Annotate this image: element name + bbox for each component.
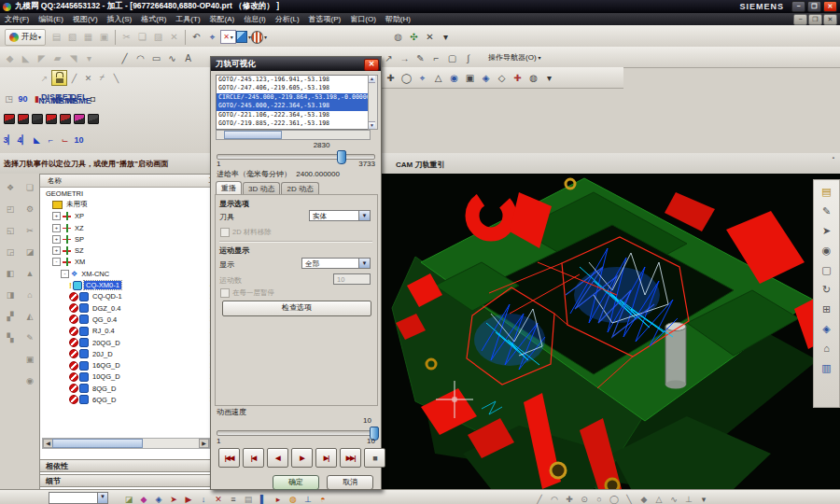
dot-icon[interactable]: ◉	[23, 374, 37, 387]
scrollbar-thumb[interactable]	[52, 439, 143, 448]
menu-窗口(O)[interactable]: 窗口(O)	[345, 15, 381, 23]
go-to-start-button[interactable]: |◀◀	[218, 448, 240, 468]
dropdown-arrow[interactable]: ▾	[38, 34, 41, 40]
doc-restore-button[interactable]: ❐	[808, 14, 822, 25]
combo-dropdown-icon[interactable]: ▼	[97, 493, 107, 503]
tool-cube-icon-3[interactable]	[30, 112, 44, 126]
corner-box-icon[interactable]: ◳	[2, 91, 16, 105]
machine-tool-icon[interactable]: ❏	[23, 181, 37, 194]
tree-row-XM[interactable]: -XM	[40, 257, 217, 268]
circle-icon[interactable]: ◯	[399, 71, 414, 86]
extrude-icon[interactable]: ◤	[34, 51, 49, 66]
tool-display-combo[interactable]: 实体 ▼	[309, 210, 371, 221]
menu-视图(V)[interactable]: 视图(V)	[68, 15, 103, 23]
zoom-icon[interactable]: ◉	[818, 242, 836, 259]
home-view-icon[interactable]: ⌂	[818, 340, 836, 357]
cam-icon-3[interactable]: ◈	[151, 492, 166, 504]
cam-icon-6[interactable]: ↓	[196, 492, 211, 504]
diamond-icon[interactable]: ◈	[478, 71, 494, 86]
dropdown-arrow[interactable]: ▾	[264, 34, 267, 40]
line-sw-icon[interactable]: ╲	[109, 71, 123, 85]
rotate-90-icon[interactable]: 90	[16, 91, 30, 105]
step-forward-button[interactable]: ▶|	[315, 448, 337, 468]
list-horizontal-scrollbar[interactable]	[216, 130, 371, 140]
plus-icon[interactable]: ✚	[510, 71, 525, 86]
datum-plane-icon[interactable]: ◣	[18, 51, 34, 66]
tool-cube-icon-4[interactable]	[44, 112, 58, 126]
corner2-icon[interactable]: ⌐	[44, 133, 58, 147]
clamp-icon[interactable]: ◪	[23, 245, 37, 259]
gcode-list[interactable]: GOTO/-245.123,-196.941,-53.198GOTO/-247.…	[216, 75, 371, 130]
tool-cube-icon-7[interactable]	[86, 112, 100, 126]
cam-icon-1[interactable]: ◪	[121, 492, 136, 504]
menu-编辑(E)[interactable]: 编辑(E)	[34, 15, 68, 23]
gcode-line[interactable]: GOTO/-245.123,-196.941,-53.198	[217, 76, 370, 84]
check-options-button[interactable]: 检查选项	[222, 301, 371, 316]
tree-row-RJ_0.4[interactable]: RJ_0.4➤	[40, 326, 217, 337]
bl-triangle-icon[interactable]: △	[651, 492, 666, 504]
bl-plus-icon[interactable]: ✚	[562, 492, 577, 504]
tool-cube-icon-2[interactable]	[16, 112, 30, 126]
bl-line-icon[interactable]: ╱	[532, 492, 547, 504]
save-icon[interactable]: ▦	[80, 30, 96, 45]
combo-dropdown-icon[interactable]: ▼	[358, 211, 370, 220]
dropdown-arrow[interactable]: ▾	[231, 34, 233, 40]
gcode-line[interactable]: CIRCLE/-245.000,-219.864,-53.198,-0.0000…	[217, 93, 370, 102]
play-backward-button[interactable]: ◀	[267, 448, 288, 468]
cam-icon-2[interactable]: ◆	[136, 492, 151, 504]
num4-icon[interactable]: 4▏	[16, 133, 30, 147]
tree-row-SZ[interactable]: +SZ	[40, 245, 217, 256]
bl-line2-icon[interactable]: ╲	[622, 492, 637, 504]
motion-count-field[interactable]: 10	[333, 273, 371, 285]
sheet-icon[interactable]: ▢	[444, 51, 460, 66]
resource-icon-7[interactable]: ▞	[4, 310, 18, 323]
scroll-right-icon[interactable]: ▶	[199, 439, 209, 448]
tree-row-20QG_D[interactable]: 20QG_D➤	[40, 337, 217, 348]
wrench-icon[interactable]: ⚙	[23, 203, 37, 216]
tree-row-16QG_D[interactable]: 16QG_D➤	[40, 359, 217, 371]
list-vertical-scrollbar[interactable]: ▲ ▼	[368, 75, 378, 130]
gcode-line[interactable]: GOTO/-245.000,-222.364,-53.198	[217, 102, 370, 110]
text-icon[interactable]: A	[180, 51, 196, 66]
resource-icon-1[interactable]: ❖	[4, 181, 18, 194]
resource-icon-2[interactable]: ◰	[4, 203, 18, 216]
scissors-icon[interactable]: ✂	[23, 224, 37, 237]
show-combo[interactable]: 全部 ▼	[301, 258, 371, 269]
graphics-viewport[interactable]	[379, 174, 840, 489]
gcode-line[interactable]: GOTO/-221.106,-222.364,-53.198	[217, 111, 370, 119]
grid2-icon[interactable]: ▣	[23, 353, 37, 366]
pan-icon[interactable]: ➤	[818, 222, 836, 239]
close-button[interactable]: ✕	[823, 1, 837, 12]
resource-icon-6[interactable]: ◨	[4, 288, 18, 301]
cam-icon-13[interactable]: ⊥	[301, 492, 315, 504]
move-component-icon[interactable]: ◍	[390, 30, 406, 45]
bl-more-dot[interactable]: ▾	[696, 492, 711, 504]
bl-ellipse-icon[interactable]: ◯	[607, 492, 622, 504]
resource-icon-4[interactable]: ◲	[4, 245, 18, 259]
cam-icon-12[interactable]: ◍	[286, 492, 301, 504]
delete-constraint-icon[interactable]: ✕	[422, 30, 438, 45]
menu-分析(L)[interactable]: 分析(L)	[271, 15, 304, 23]
line-mid-icon[interactable]: ⌿	[95, 71, 109, 85]
expand-icon[interactable]: +	[52, 212, 61, 220]
tree-header[interactable]: 名称 工	[40, 175, 217, 188]
tree-row-10QG_D[interactable]: 10QG_D➤	[40, 371, 217, 383]
resource-icon-5[interactable]: ◧	[4, 267, 18, 280]
stop-button[interactable]: ■	[364, 448, 385, 468]
toolpath-position-slider[interactable]	[217, 154, 375, 160]
dialog-titlebar[interactable]: 刀轨可视化 ✕	[211, 57, 381, 71]
paste-icon[interactable]: ▨	[150, 30, 166, 45]
notch-icon[interactable]: ◣	[30, 133, 44, 147]
tree-row-XP[interactable]: +XP	[40, 211, 217, 222]
resource-icon-3[interactable]: ◱	[4, 224, 18, 237]
menu-格式(R)[interactable]: 格式(R)	[136, 15, 171, 23]
bl-diamond-icon[interactable]: ◆	[637, 492, 651, 504]
expand-icon[interactable]: +	[52, 224, 61, 232]
rectangle-icon[interactable]: ▭	[148, 51, 164, 66]
integral-icon[interactable]: ∫	[460, 51, 476, 66]
circle-dot-icon[interactable]: ◍	[525, 71, 541, 86]
cam-icon-4[interactable]: ➤	[166, 492, 181, 504]
more-dot[interactable]: ▾	[81, 51, 97, 66]
bottle-icon[interactable]: ◘	[86, 91, 100, 105]
del-name-icon[interactable]: DEL NAME	[72, 91, 86, 105]
